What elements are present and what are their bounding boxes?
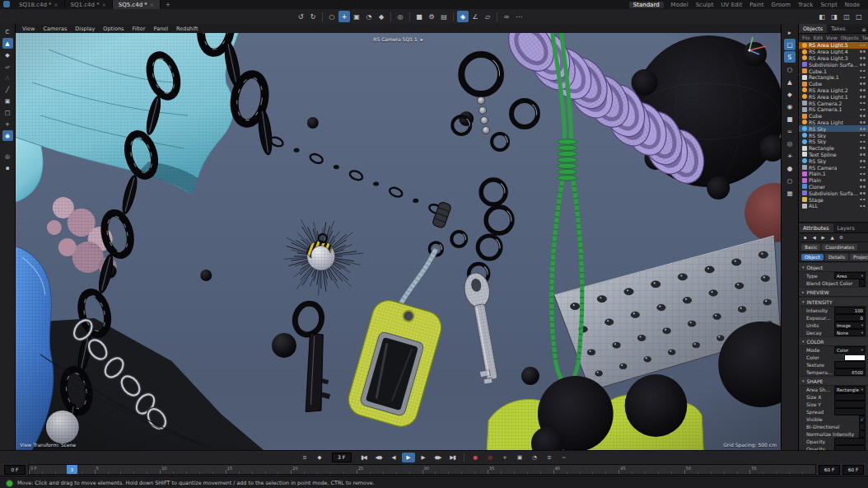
visibility-toggles[interactable] bbox=[860, 179, 866, 181]
viewport-solo-icon[interactable]: ◎ bbox=[2, 151, 13, 162]
render-settings-button-icon[interactable]: ⚙ bbox=[426, 11, 437, 22]
visibility-toggles[interactable] bbox=[860, 192, 866, 195]
add-volume-icon[interactable]: ■ bbox=[784, 113, 796, 124]
render-visibility-dot[interactable] bbox=[863, 160, 866, 162]
visibility-toggles[interactable] bbox=[860, 141, 866, 143]
editor-visibility-dot[interactable] bbox=[860, 128, 862, 130]
workspace-sculpt[interactable]: Sculpt bbox=[696, 2, 714, 8]
layout-single-view-icon[interactable]: □ bbox=[853, 11, 865, 22]
attr-input[interactable]: 6500 bbox=[834, 368, 866, 376]
editor-visibility-dot[interactable] bbox=[860, 63, 862, 66]
timeline-range-end-field[interactable]: 60 F bbox=[842, 465, 864, 475]
layout-panes-split-icon[interactable]: ◫ bbox=[841, 11, 852, 22]
object-row[interactable]: RS Area Light.4 bbox=[799, 49, 868, 55]
attr-section-object[interactable]: ▾Object bbox=[799, 262, 868, 272]
visibility-toggles[interactable] bbox=[860, 160, 866, 162]
object-row[interactable]: RS Area Light.1 bbox=[799, 93, 868, 100]
snap-settings-icon[interactable]: ◉ bbox=[2, 130, 13, 141]
texture-mode-icon[interactable]: ◆ bbox=[2, 49, 13, 60]
attr-input[interactable]: 0 bbox=[834, 314, 866, 321]
attr-tab-details[interactable]: Details bbox=[825, 254, 848, 260]
timeline-playhead[interactable]: 3 bbox=[67, 465, 77, 474]
viewport-menu-cameras[interactable]: Cameras bbox=[43, 26, 67, 32]
visibility-toggles[interactable] bbox=[860, 134, 866, 137]
attr-tab-object[interactable]: Object bbox=[801, 254, 824, 260]
attr-section-color[interactable]: ▾COLOR bbox=[799, 336, 868, 346]
editor-visibility-dot[interactable] bbox=[860, 141, 862, 143]
attr-checkbox[interactable] bbox=[859, 430, 866, 438]
editor-visibility-dot[interactable] bbox=[860, 102, 862, 105]
object-row[interactable]: Cloner bbox=[799, 184, 868, 190]
render-visibility-dot[interactable] bbox=[863, 185, 866, 188]
new-document-tab-button[interactable]: + bbox=[161, 0, 175, 9]
undo-button-icon[interactable]: ↺ bbox=[295, 11, 306, 22]
editor-visibility-dot[interactable] bbox=[860, 89, 862, 92]
live-selection-tool-icon[interactable]: ○ bbox=[326, 11, 338, 22]
autokey-toggle-icon[interactable]: ◎ bbox=[483, 453, 497, 462]
objects-menu-file[interactable]: File bbox=[802, 35, 810, 40]
objects-menu-edit[interactable]: Edit bbox=[814, 35, 823, 40]
section-caret-icon[interactable]: ▾ bbox=[802, 265, 805, 270]
current-frame-field[interactable]: 3 F bbox=[332, 453, 352, 462]
workspace-track[interactable]: Track bbox=[798, 2, 813, 8]
add-mograph-icon[interactable]: ◆ bbox=[784, 88, 796, 100]
visibility-toggles[interactable] bbox=[860, 82, 866, 85]
previous-key-button-icon[interactable]: ◀◆ bbox=[372, 453, 385, 462]
workplane-mode-icon[interactable]: ▱ bbox=[2, 61, 13, 72]
object-row[interactable]: Subdivision Surface.1 bbox=[799, 61, 868, 68]
render-visibility-dot[interactable] bbox=[863, 77, 866, 79]
editor-visibility-dot[interactable] bbox=[860, 121, 862, 124]
last-tool-icon[interactable]: ◆ bbox=[376, 11, 387, 22]
add-light-icon[interactable]: ☀ bbox=[784, 150, 796, 162]
layout-panes-left-icon[interactable]: ◧ bbox=[816, 11, 828, 22]
timeline-end-field[interactable]: 60 F bbox=[819, 465, 840, 475]
attributes-tab-attributes[interactable]: Attributes bbox=[799, 223, 833, 232]
render-visibility-dot[interactable] bbox=[863, 153, 866, 156]
attr-input[interactable] bbox=[834, 401, 866, 408]
viewport-menu-redshift[interactable]: Redshift bbox=[176, 26, 198, 32]
object-row[interactable]: RS Area Light.5 bbox=[799, 42, 868, 49]
object-row[interactable]: Text Spline bbox=[799, 152, 868, 158]
workspace-standard[interactable]: Standard bbox=[629, 2, 664, 8]
objects-menu-view[interactable]: View bbox=[826, 35, 838, 40]
render-visibility-dot[interactable] bbox=[863, 70, 866, 73]
add-camera-icon[interactable]: ◎ bbox=[784, 138, 796, 149]
object-row[interactable]: Cube bbox=[799, 81, 868, 87]
attr-dropdown[interactable]: None▾ bbox=[834, 329, 866, 336]
attributes-tab-layers[interactable]: Layers bbox=[833, 223, 859, 232]
attr-tab-project[interactable]: Project bbox=[850, 254, 868, 260]
add-render-setup-icon[interactable]: ▦ bbox=[784, 187, 796, 199]
attr-settings-icon[interactable]: ⚙ bbox=[838, 234, 845, 242]
visibility-toggles[interactable] bbox=[860, 96, 866, 98]
document-tab[interactable]: SQ18.c4d *× bbox=[13, 0, 65, 9]
editor-visibility-dot[interactable] bbox=[860, 134, 862, 137]
visibility-toggles[interactable] bbox=[860, 205, 866, 208]
object-row[interactable]: ALL bbox=[799, 203, 868, 209]
object-row[interactable]: RS Sky bbox=[799, 157, 868, 164]
render-visibility-dot[interactable] bbox=[863, 109, 866, 111]
section-caret-icon[interactable]: ▾ bbox=[802, 378, 805, 383]
quantize-toggle-icon[interactable]: ∠ bbox=[469, 11, 481, 22]
section-caret-icon[interactable]: ▾ bbox=[802, 299, 805, 304]
tool-options-menu-icon[interactable]: ⋯ bbox=[513, 11, 525, 22]
next-frame-button-icon[interactable]: ▶ bbox=[417, 453, 430, 462]
visibility-toggles[interactable] bbox=[860, 199, 866, 201]
visibility-toggles[interactable] bbox=[860, 102, 866, 105]
simulation-menu-icon[interactable]: ≈ bbox=[501, 11, 512, 22]
render-visibility-dot[interactable] bbox=[863, 199, 866, 201]
viewport-menu-filter[interactable]: Filter bbox=[132, 26, 145, 32]
render-visibility-dot[interactable] bbox=[863, 115, 866, 117]
record-rotation-toggle-icon[interactable]: ◔ bbox=[528, 453, 541, 462]
select-arrow-icon[interactable]: ▸ bbox=[784, 26, 796, 38]
objects-tab-objects[interactable]: Objects bbox=[799, 24, 827, 33]
object-row[interactable]: RS Area Light bbox=[799, 120, 868, 126]
visibility-toggles[interactable] bbox=[860, 185, 866, 188]
object-row[interactable]: RS Area Light.3 bbox=[799, 55, 868, 62]
objects-tab-takes[interactable]: Takes bbox=[827, 24, 850, 33]
render-visibility-dot[interactable] bbox=[863, 179, 866, 181]
editor-visibility-dot[interactable] bbox=[860, 173, 862, 176]
add-primitive-cube-icon[interactable]: □ bbox=[784, 39, 796, 50]
document-tab[interactable]: SQ1.c4d *× bbox=[65, 0, 113, 9]
visibility-toggles[interactable] bbox=[860, 77, 866, 79]
render-visibility-dot[interactable] bbox=[863, 63, 866, 66]
